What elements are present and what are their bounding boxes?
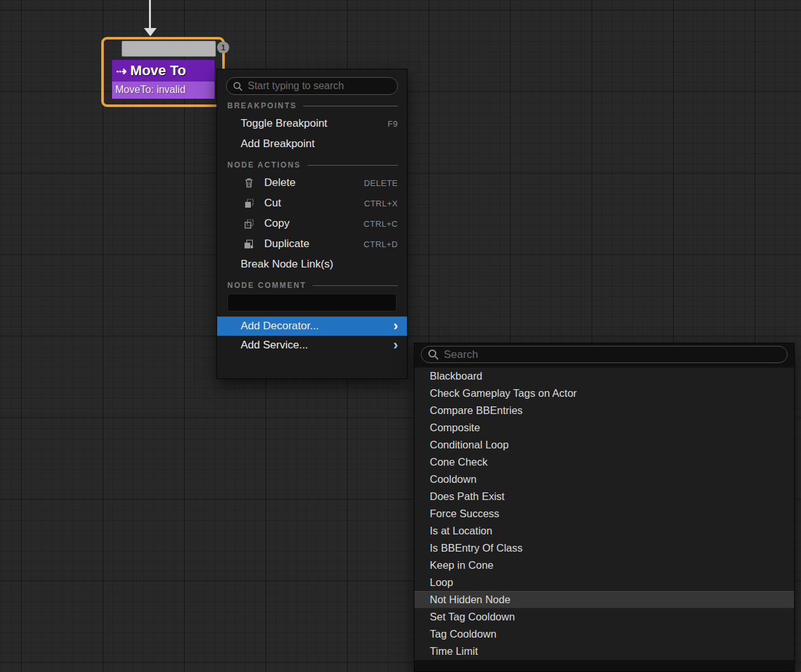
menu-item-shortcut: CTRL+C (364, 219, 398, 229)
duplicate-icon (244, 239, 254, 249)
decorator-item[interactable]: Composite (415, 419, 794, 436)
section-divider (308, 165, 398, 166)
menu-item-label: Break Node Link(s) (241, 258, 398, 271)
decorator-item[interactable]: Conditional Loop (415, 436, 794, 454)
section-divider (313, 285, 398, 286)
menu-item-shortcut: F9 (388, 119, 398, 129)
section-divider (303, 106, 398, 106)
menu-item-shortcut: CTRL+D (364, 239, 398, 249)
node-rename-field[interactable] (122, 41, 216, 57)
decorator-search[interactable] (421, 346, 788, 363)
decorator-item[interactable]: Blackboard (415, 368, 794, 385)
section-header-node-comment: NODE COMMENT (227, 281, 398, 290)
decorator-item[interactable]: Compare BBEntries (415, 402, 794, 419)
node-context-menu: BREAKPOINTS Toggle Breakpoint F9 Add Bre… (216, 69, 408, 379)
decorator-item[interactable]: Cooldown (415, 471, 794, 488)
decorator-item[interactable]: Loop (415, 574, 794, 591)
decorator-item[interactable]: Cone Check (415, 454, 794, 471)
move-to-icon: ⇢ (116, 64, 127, 78)
menu-item-add-service[interactable]: Add Service... › (217, 336, 407, 355)
decorator-item[interactable]: Not Hidden Node (415, 591, 794, 608)
decorator-item[interactable]: Check Gameplay Tags on Actor (415, 385, 794, 402)
section-header-breakpoints: BREAKPOINTS (227, 101, 398, 110)
section-label: NODE COMMENT (227, 281, 306, 290)
menu-item-copy[interactable]: Copy CTRL+C (217, 213, 407, 234)
behavior-tree-graph[interactable]: 1 ⇢ Move To MoveTo: invalid BREAKPOINTS … (0, 0, 801, 672)
menu-item-add-breakpoint[interactable]: Add Breakpoint (217, 134, 407, 154)
menu-item-cut[interactable]: Cut CTRL+X (217, 193, 407, 213)
node-index-badge: 1 (217, 41, 229, 54)
submenu-arrow-icon: › (393, 319, 398, 333)
menu-item-label: Add Breakpoint (241, 138, 398, 150)
section-label: NODE ACTIONS (227, 161, 301, 169)
menu-item-label: Toggle Breakpoint (241, 117, 388, 130)
context-search-input[interactable] (248, 80, 391, 92)
decorator-item[interactable]: Does Path Exist (415, 488, 794, 505)
section-label: BREAKPOINTS (227, 101, 297, 110)
decorator-list: Blackboard Check Gameplay Tags on Actor … (415, 368, 794, 660)
search-icon (428, 349, 439, 360)
search-icon (233, 82, 243, 91)
move-to-node-header[interactable]: ⇢ Move To (112, 60, 215, 82)
node-subtitle: MoveTo: invalid (112, 82, 215, 99)
decorator-item[interactable]: Set Tag Cooldown (415, 608, 794, 626)
section-header-node-actions: NODE ACTIONS (227, 161, 398, 169)
node-comment-input[interactable] (233, 297, 391, 308)
menu-item-label: Cut (264, 197, 364, 210)
menu-item-label: Copy (264, 217, 364, 230)
submenu-arrow-icon: › (393, 338, 398, 352)
add-decorator-submenu: Blackboard Check Gameplay Tags on Actor … (414, 343, 795, 672)
menu-item-label: Delete (264, 176, 364, 189)
node-title: Move To (131, 62, 187, 79)
decorator-search-input[interactable] (444, 348, 781, 361)
decorator-item[interactable]: Keep in Cone (415, 557, 794, 574)
decorator-item[interactable]: Tag Cooldown (415, 626, 794, 643)
menu-item-toggle-breakpoint[interactable]: Toggle Breakpoint F9 (217, 113, 407, 134)
wire-arrowhead-icon (144, 28, 157, 36)
menu-item-shortcut: DELETE (364, 178, 398, 188)
menu-item-add-decorator[interactable]: Add Decorator... › (217, 317, 407, 336)
menu-item-break-node-links[interactable]: Break Node Link(s) (217, 254, 407, 275)
menu-item-delete[interactable]: Delete DELETE (217, 173, 407, 193)
menu-item-label: Add Service... (241, 339, 308, 352)
trash-icon (244, 178, 254, 188)
cut-icon (244, 198, 254, 208)
decorator-item[interactable]: Is at Location (415, 522, 794, 540)
decorator-item[interactable]: Time Limit (415, 643, 794, 660)
execution-wire (149, 0, 151, 29)
decorator-item[interactable]: Force Success (415, 505, 794, 522)
copy-icon (244, 218, 254, 229)
context-menu-search[interactable] (226, 77, 398, 95)
menu-item-label: Duplicate (264, 238, 364, 250)
menu-item-duplicate[interactable]: Duplicate CTRL+D (217, 234, 407, 254)
node-comment-box[interactable] (227, 294, 397, 311)
decorator-item[interactable]: Is BBEntry Of Class (415, 540, 794, 557)
menu-item-shortcut: CTRL+X (364, 199, 398, 208)
menu-item-label: Add Decorator... (241, 320, 319, 332)
